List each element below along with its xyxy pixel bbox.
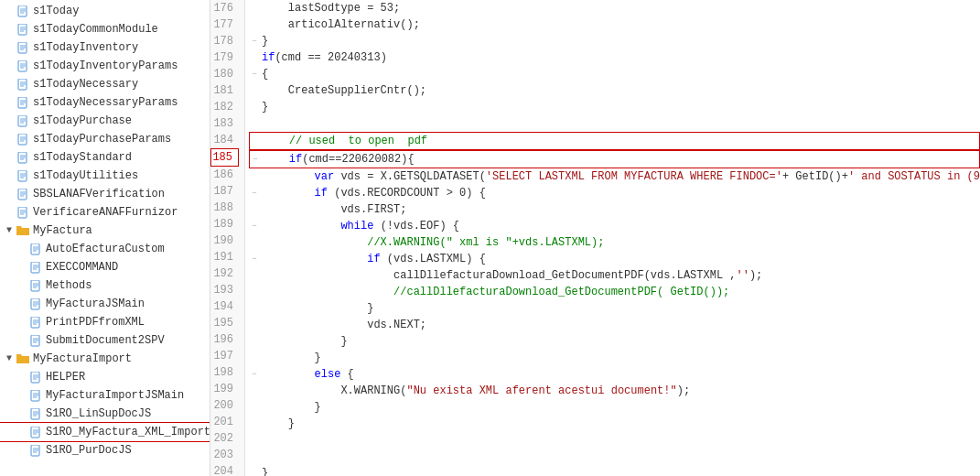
fold-button[interactable] [249, 234, 260, 251]
fold-button[interactable] [249, 267, 260, 284]
fold-button[interactable] [249, 99, 260, 115]
fold-button[interactable]: − [249, 185, 260, 201]
fold-button[interactable] [249, 350, 260, 366]
code-text: while (!vds.EOF) { [262, 218, 459, 234]
line-number: 195 [210, 315, 239, 331]
folder-item[interactable]: ▼MyFactura [0, 222, 210, 240]
fold-button[interactable] [249, 300, 260, 317]
tree-item-label: s1Today [33, 3, 79, 19]
code-text: } [262, 465, 268, 476]
file-item[interactable]: s1TodayInventoryParams [0, 57, 210, 75]
fold-button[interactable] [249, 168, 260, 185]
file-item[interactable]: s1TodayNecessary [0, 75, 210, 93]
file-item[interactable]: S1RO_MyFactura_XML_Import [0, 423, 210, 441]
file-item[interactable]: MyFacturaImportJSMain [0, 386, 210, 405]
fold-button[interactable] [249, 465, 260, 476]
file-item[interactable]: AutoEfacturaCustom [0, 240, 210, 258]
line-number: 196 [210, 331, 239, 348]
code-content[interactable]: lastSodtype = 53; articolAlternativ();−}… [245, 0, 980, 476]
file-item[interactable]: SBSLANAFVerification [0, 185, 210, 203]
line-number: 185 [210, 148, 239, 167]
code-text: if (vds.RECORDCOUNT > 0) { [262, 185, 486, 201]
file-icon [16, 151, 29, 164]
code-text: var vds = X.GETSQLDATASET('SELECT LASTXM… [262, 168, 980, 185]
file-item[interactable]: PrintPDFfromXML [0, 313, 210, 331]
file-item[interactable]: HELPER [0, 368, 210, 386]
file-icon [16, 114, 29, 127]
folder-arrow-icon: ▼ [4, 351, 15, 367]
line-number: 184 [210, 132, 239, 148]
file-tree[interactable]: s1Todays1TodayCommonModules1TodayInvento… [0, 0, 210, 476]
code-line: } [249, 99, 980, 115]
file-item[interactable]: s1TodayUtilities [0, 167, 210, 185]
file-item[interactable]: s1Today [0, 2, 210, 20]
file-icon [16, 96, 29, 109]
line-number: 183 [210, 115, 239, 132]
line-number: 204 [210, 463, 239, 476]
file-icon [29, 426, 42, 438]
fold-button[interactable] [249, 49, 260, 66]
fold-button[interactable] [249, 383, 260, 399]
tree-item-label: s1TodayCommonModule [33, 21, 158, 38]
fold-button[interactable]: − [249, 251, 260, 267]
file-item[interactable]: s1TodayNecessaryParams [0, 93, 210, 112]
line-number: 182 [210, 99, 239, 115]
code-line: } [249, 333, 980, 350]
fold-button[interactable] [249, 399, 260, 416]
file-item[interactable]: MyFacturaJSMain [0, 295, 210, 313]
fold-button[interactable] [249, 82, 260, 99]
code-text: } [262, 33, 268, 49]
fold-button[interactable] [249, 16, 260, 33]
file-icon [29, 316, 42, 329]
code-text: CreateSupplierCntr(); [262, 82, 426, 99]
line-number: 191 [210, 249, 239, 265]
tree-item-label: s1TodayNecessary [33, 76, 138, 92]
fold-button[interactable] [249, 317, 260, 333]
fold-button[interactable] [249, 0, 260, 16]
tree-item-label: S1RO_LinSupDocJS [46, 406, 151, 422]
code-text: } [262, 300, 373, 317]
file-item[interactable]: S1RO_PurDocJS [0, 441, 210, 460]
folder-item[interactable]: ▼MyFacturaImport [0, 350, 210, 368]
file-icon [16, 60, 29, 72]
file-item[interactable]: VerificareANAFFurnizor [0, 203, 210, 222]
file-icon [16, 23, 29, 36]
line-number: 192 [210, 265, 239, 282]
file-item[interactable]: s1TodayStandard [0, 148, 210, 167]
tree-item-label: EXECCOMMAND [46, 259, 118, 276]
fold-button[interactable]: − [249, 66, 260, 82]
line-number: 177 [210, 16, 239, 33]
fold-button[interactable]: − [249, 33, 260, 49]
fold-button[interactable] [249, 449, 260, 465]
fold-button[interactable]: − [249, 366, 260, 383]
file-item[interactable]: SubmitDocument2SPV [0, 331, 210, 350]
fold-button[interactable] [249, 115, 260, 132]
fold-button[interactable] [249, 432, 260, 449]
code-text: } [262, 333, 348, 350]
code-text: // used to open pdf [263, 133, 427, 149]
line-number: 199 [210, 381, 239, 397]
file-item[interactable]: EXECCOMMAND [0, 258, 210, 276]
file-item[interactable]: S1RO_LinSupDocJS [0, 405, 210, 423]
code-text: else { [262, 366, 354, 383]
fold-button[interactable]: − [250, 151, 261, 168]
tree-item-label: AutoEfacturaCustom [46, 241, 165, 257]
tree-item-label: MyFacturaImport [33, 351, 132, 367]
tree-item-label: SubmitDocument2SPV [46, 332, 165, 349]
fold-button[interactable] [250, 133, 261, 149]
code-text: } [262, 350, 321, 366]
fold-button[interactable] [249, 201, 260, 218]
file-item[interactable]: s1TodayPurchase [0, 112, 210, 130]
code-line [249, 432, 980, 449]
file-item[interactable]: s1TodayPurchaseParams [0, 130, 210, 148]
fold-button[interactable]: − [249, 218, 260, 234]
fold-button[interactable] [249, 284, 260, 300]
code-line: callDllefacturaDownload_GetDocumentPDF(v… [249, 267, 980, 284]
fold-button[interactable] [249, 416, 260, 432]
file-icon [16, 206, 29, 219]
fold-button[interactable] [249, 333, 260, 350]
code-text: //callDllefacturaDownload_GetDocumentPDF… [262, 284, 729, 300]
file-item[interactable]: s1TodayCommonModule [0, 20, 210, 38]
file-item[interactable]: Methods [0, 276, 210, 295]
file-item[interactable]: s1TodayInventory [0, 38, 210, 57]
